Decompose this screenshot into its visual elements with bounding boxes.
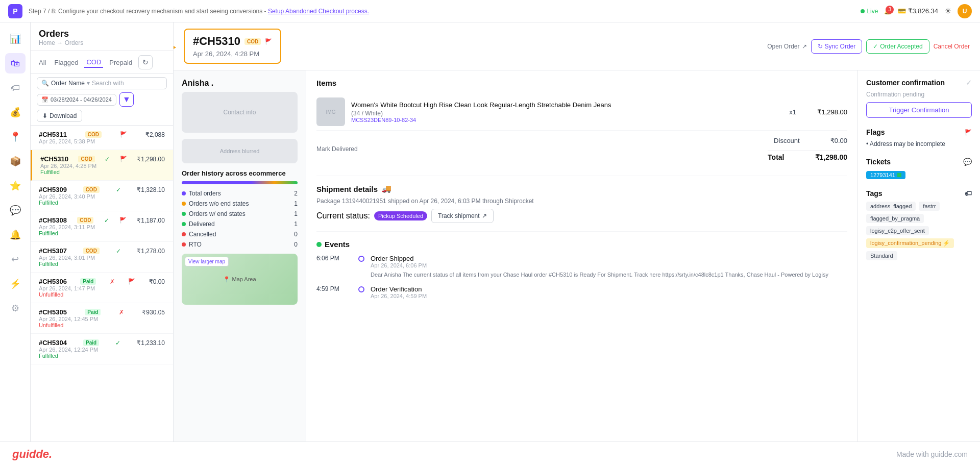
order-accepted-button[interactable]: ✓ Order Accepted [866, 39, 929, 54]
order-type-badge: COD [83, 248, 100, 254]
live-dot [861, 9, 865, 13]
cross-icon: ✗ [119, 309, 124, 316]
order-amount: ₹1,187.00 [137, 217, 165, 224]
orders-icon[interactable]: 🛍 [5, 53, 26, 73]
guidde-tagline: Made with guidde.com [896, 450, 968, 458]
top-bar: P Step 7 / 8: Configure your checkout re… [0, 0, 980, 22]
order-history-title: Order history across ecommerce [182, 169, 298, 177]
location-icon[interactable]: 📍 [5, 127, 26, 147]
view-larger-map-link[interactable]: View larger map [185, 257, 229, 266]
tickets-section: Tickets 💬 12793141 [866, 158, 972, 179]
flag-icon: 🚩 [119, 217, 127, 224]
order-item[interactable]: #CH5309 COD ✓ ₹1,328.10 Apr 26, 2024, 3:… [31, 181, 173, 211]
orders-breadcrumb: Home → Orders [39, 39, 165, 46]
settings-icon[interactable]: ⚙ [5, 298, 26, 318]
item-name: Women's White Bootcut High Rise Clean Lo… [351, 101, 779, 110]
track-shipment-button[interactable]: Track shipment ↗ [431, 209, 494, 223]
notifications-button[interactable]: 🔔 3 [884, 8, 892, 15]
open-order-button[interactable]: Open Order ↗ [767, 43, 806, 50]
theme-toggle[interactable]: ☀ [944, 6, 951, 16]
search-bar[interactable]: 🔍 Order Name ▾ Search with [37, 77, 167, 89]
order-amount: ₹0.00 [149, 278, 165, 285]
history-row: Orders w/o end states 1 [182, 199, 298, 209]
detail-cod-badge: COD [244, 38, 261, 45]
search-placeholder[interactable]: Search with [92, 80, 124, 87]
tags-section: Tags 🏷 address_flagged fastrr flagged_by… [866, 189, 972, 260]
order-item[interactable]: #CH5304 Paid ✓ ₹1,233.10 Apr 26, 2024, 1… [31, 334, 173, 364]
order-id: #CH5305 [39, 308, 67, 316]
setup-link[interactable]: Setup Abandoned Checkout process. [268, 8, 369, 15]
check-icon: ✓ [105, 156, 110, 163]
event-row: 4:59 PM Order Verification Apr 26, 2024,… [316, 285, 847, 299]
tag: Standard [866, 251, 897, 260]
order-status: Fulfilled [39, 230, 165, 236]
bell-icon[interactable]: 🔔 [5, 225, 26, 245]
check-circle-icon: ✓ [966, 79, 972, 87]
order-date: Apr 26, 2024, 3:40 PM [39, 193, 165, 200]
cross-icon: ✗ [110, 278, 115, 285]
order-item[interactable]: #CH5305 Paid ✗ ₹930.05 Apr 26, 2024, 12:… [31, 303, 173, 334]
customer-panel: Anisha . Contact info Address blurred Or… [174, 70, 306, 442]
trigger-confirmation-button[interactable]: Trigger Confirmation [866, 102, 972, 118]
tab-cod[interactable]: COD [84, 57, 103, 68]
order-item[interactable]: #CH5311 COD 🚩 ₹2,088 Apr 26, 2024, 5:38 … [31, 126, 173, 150]
flags-title: Flags 🚩 [866, 128, 972, 136]
return-icon[interactable]: ↩ [5, 249, 26, 269]
chart-icon[interactable]: 📊 [5, 29, 26, 49]
event-time: 6:06 PM [316, 255, 352, 279]
tab-all[interactable]: All [37, 58, 48, 67]
search-icon: 🔍 [41, 80, 49, 87]
item-price: ₹1,298.00 [806, 108, 847, 116]
orders-header: Orders Home → Orders [31, 22, 173, 51]
ticket-badge[interactable]: 12793141 [866, 171, 905, 179]
box-icon[interactable]: 📦 [5, 151, 26, 171]
dollar-icon[interactable]: 💰 [5, 102, 26, 122]
order-date: Apr 26, 2024, 12:45 PM [39, 316, 165, 322]
refresh-button[interactable]: ↻ [138, 55, 153, 69]
svg-marker-0 [174, 41, 176, 53]
date-filter[interactable]: 📅 03/28/2024 - 04/26/2024 [37, 94, 116, 106]
event-dot [358, 256, 364, 262]
item-variant: (34 / White) [351, 110, 779, 117]
download-button[interactable]: ⬇ Download [37, 110, 82, 122]
order-item[interactable]: #CH5308 COD ✓ 🚩 ₹1,187.00 Apr 26, 2024, … [31, 211, 173, 242]
download-icon: ⬇ [42, 112, 47, 119]
order-type-badge: COD [85, 131, 102, 138]
order-amount: ₹1,278.00 [137, 248, 165, 255]
order-item[interactable]: #CH5310 COD ✓ 🚩 ₹1,298.00 Apr 26, 2024, … [31, 150, 173, 181]
customer-name: Anisha . [182, 79, 298, 88]
tab-flagged[interactable]: Flagged [52, 58, 80, 67]
order-status: Fulfilled [39, 353, 165, 359]
tag: logisy_confirmation_pending ⚡ [866, 238, 954, 248]
api-icon[interactable]: ⚡ [5, 274, 26, 294]
order-item[interactable]: #CH5306 Paid ✗ 🚩 ₹0.00 Apr 26, 2024, 1:4… [31, 273, 173, 303]
map-placeholder: 📍 Map Area [223, 276, 256, 283]
total-row: Total ₹1,298.00 [768, 151, 847, 163]
items-section-title: Items [316, 79, 847, 87]
avatar[interactable]: U [958, 4, 972, 18]
green-dot [316, 242, 322, 247]
sync-order-button[interactable]: ↻ Sync Order [811, 39, 863, 54]
filter-button[interactable]: ▼ [119, 92, 134, 107]
history-row: Delivered 1 [182, 219, 298, 229]
order-id: #CH5304 [39, 339, 67, 347]
event-time: 4:59 PM [316, 285, 352, 299]
chat-icon[interactable]: 💬 [5, 200, 26, 220]
order-status: Fulfilled [40, 169, 165, 175]
tab-prepaid[interactable]: Prepaid [107, 58, 134, 67]
star-icon[interactable]: ⭐ [5, 176, 26, 196]
tag-icon[interactable]: 🏷 [5, 78, 26, 98]
dot-delivered [182, 222, 186, 226]
check-icon: ✓ [116, 248, 121, 255]
order-name-dropdown[interactable]: Order Name [51, 80, 85, 87]
top-bar-right: Live 🔔 3 💳 ₹3,826.34 ☀ U [861, 4, 972, 18]
cancel-order-button[interactable]: Cancel Order [934, 43, 970, 50]
order-amount: ₹1,328.10 [137, 186, 165, 193]
order-item[interactable]: #CH5307 COD ✓ ₹1,278.00 Apr 26, 2024, 3:… [31, 242, 173, 273]
order-date: Apr 26, 2024, 3:01 PM [39, 255, 165, 261]
history-row: RTO 0 [182, 239, 298, 250]
order-id: #CH5310 [40, 155, 68, 163]
wallet-balance: 💳 ₹3,826.34 [898, 7, 938, 15]
order-status: Unfulfilled [39, 291, 165, 298]
calendar-icon: 📅 [41, 96, 48, 103]
